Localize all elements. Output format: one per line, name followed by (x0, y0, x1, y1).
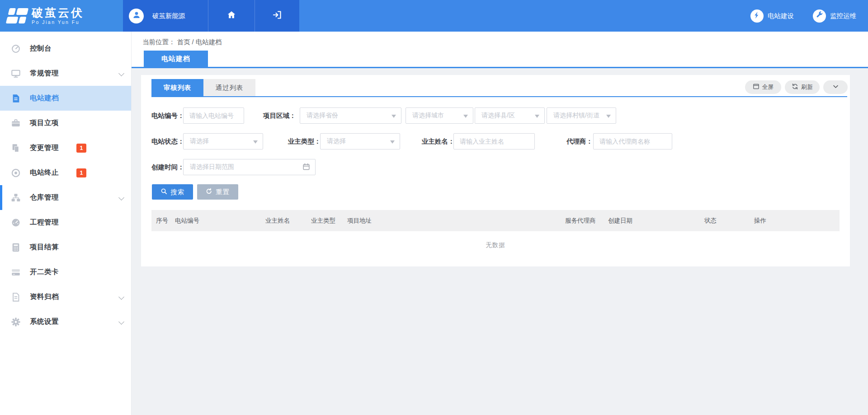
sidebar-item-second-class-card[interactable]: 开二类卡 (0, 260, 131, 284)
sidebar-item-label: 工程管理 (30, 218, 59, 227)
brand-logo: 破茧云伏 Po Jian Yun Fu (0, 0, 123, 32)
sidebar-item-label: 电站建档 (30, 93, 59, 103)
agent-input[interactable] (593, 133, 672, 149)
brand-title: 破茧云伏 (32, 7, 84, 19)
sidebar-item-data-archive[interactable]: 资料归档 (0, 284, 131, 309)
station-build-nav[interactable]: 电站建设 (750, 9, 794, 23)
refresh-button[interactable]: 刷新 (785, 80, 820, 94)
station-no-input[interactable] (183, 107, 244, 124)
station-status-select[interactable]: 请选择 (183, 133, 263, 149)
calendar-icon (302, 163, 310, 172)
city-select[interactable]: 请选择城市 (406, 107, 473, 124)
sidebar-item-console[interactable]: 控制台 (0, 36, 131, 61)
topbar-dark-section: 破茧新能源 (123, 0, 299, 32)
copy-icon (10, 143, 21, 154)
file-icon (10, 292, 21, 303)
breadcrumb: 当前位置： 首页 / 电站建档 (142, 38, 222, 47)
breadcrumb-current: 电站建档 (196, 38, 222, 46)
column-header: 状态 (704, 210, 717, 231)
search-icon (160, 188, 167, 196)
chevron-down-icon (119, 294, 124, 299)
sidebar-item-station-archive[interactable]: 电站建档 (0, 86, 131, 111)
chevron-down-icon (119, 195, 124, 200)
village-select[interactable]: 请选择村镇/街道 (547, 107, 616, 124)
monitor-ops-nav[interactable]: 监控运维 (813, 9, 856, 23)
sidebar-item-label: 系统设置 (30, 317, 59, 326)
notification-badge: 1 (76, 144, 86, 153)
province-select[interactable]: 请选择省份 (300, 107, 401, 124)
table-header: 序号电站编号业主姓名业主类型项目地址服务代理商创建日期状态操作 (151, 210, 840, 231)
sidebar-item-label: 仓库管理 (30, 193, 59, 202)
calculator-icon (10, 242, 21, 253)
station-build-label: 电站建设 (768, 12, 794, 20)
notification-badge: 1 (76, 168, 86, 177)
page-tab-station-archive[interactable]: 电站建档 (144, 51, 208, 67)
sidebar-item-project-settlement[interactable]: 项目结算 (0, 235, 131, 260)
breadcrumb-prefix: 当前位置： (142, 38, 175, 46)
card-icon (10, 267, 21, 278)
sidebar: 控制台常规管理电站建档项目立项变更管理1电站终止1仓库管理工程管理项目结算开二类… (0, 32, 132, 415)
date-range-picker[interactable]: 请选择日期范围 (183, 159, 316, 175)
select-caret-icon (535, 115, 539, 118)
column-header: 电站编号 (175, 210, 199, 231)
tab-review-list[interactable]: 审核列表 (151, 79, 203, 96)
fullscreen-button[interactable]: 全屏 (745, 80, 781, 94)
select-caret-icon (463, 115, 468, 118)
breadcrumb-home-link[interactable]: 首页 (177, 38, 190, 46)
table-empty-state: 无数据 (151, 231, 840, 258)
owner-name-input[interactable] (453, 133, 535, 149)
monitor-icon (10, 68, 21, 79)
select-caret-icon (390, 140, 395, 144)
sidebar-item-label: 项目结算 (30, 242, 59, 252)
record-icon (10, 168, 21, 178)
user-avatar-icon (129, 9, 144, 23)
sidebar-item-label: 常规管理 (30, 69, 59, 78)
sidebar-item-label: 电站终止 (30, 168, 59, 177)
collapse-button[interactable] (823, 80, 848, 94)
sidebar-item-station-termination[interactable]: 电站终止1 (0, 160, 131, 185)
sidebar-item-warehouse-mgmt[interactable]: 仓库管理 (0, 185, 131, 210)
fullscreen-icon (753, 83, 760, 91)
refresh-icon (792, 83, 798, 91)
sidebar-item-project-initiation[interactable]: 项目立项 (0, 111, 131, 135)
owner-type-select[interactable]: 请选择 (320, 133, 400, 149)
column-header: 服务代理商 (565, 210, 596, 231)
brand-subtitle: Po Jian Yun Fu (32, 19, 84, 25)
sidebar-item-engineering-mgmt[interactable]: 工程管理 (0, 210, 131, 235)
column-header: 业主姓名 (265, 210, 290, 231)
station-status-label: 电站状态： (151, 133, 184, 149)
search-button[interactable]: 搜索 (152, 184, 193, 200)
sidebar-item-general-mgmt[interactable]: 常规管理 (0, 61, 131, 86)
sidebar-item-change-mgmt[interactable]: 变更管理1 (0, 135, 131, 160)
column-header: 操作 (754, 210, 766, 231)
agent-label: 代理商： (566, 133, 593, 149)
briefcase-icon (10, 118, 21, 129)
select-caret-icon (606, 115, 611, 118)
accent-divider (132, 67, 868, 68)
county-select[interactable]: 请选择县/区 (475, 107, 545, 124)
tab-passed-list[interactable]: 通过列表 (203, 79, 255, 96)
logout-button[interactable] (255, 0, 299, 32)
chevron-down-icon (119, 319, 124, 324)
select-caret-icon (253, 140, 258, 144)
meter-icon (10, 217, 21, 228)
doc-icon (10, 93, 21, 104)
list-panel: 审核列表 通过列表 全屏 刷新 电站编号： 项目区域： 请选择省份 (141, 75, 850, 266)
current-user[interactable]: 破茧新能源 (129, 0, 185, 32)
column-header: 业主类型 (311, 210, 335, 231)
gauge-icon (10, 43, 21, 54)
chevron-down-icon (832, 83, 839, 91)
main-content: 当前位置： 首页 / 电站建档 电站建档 审核列表 通过列表 全屏 刷新 (132, 32, 868, 415)
column-header: 创建日期 (608, 210, 632, 231)
topbar: 破茧云伏 Po Jian Yun Fu 破茧新能源 电站建设 监控运维 (0, 0, 868, 32)
reset-button[interactable]: 重置 (197, 184, 238, 200)
sidebar-item-label: 变更管理 (30, 143, 59, 153)
sitemap-icon (10, 192, 21, 203)
sidebar-item-label: 开二类卡 (30, 267, 59, 277)
app-root: 破茧云伏 Po Jian Yun Fu 破茧新能源 电站建设 监控运维 (0, 0, 868, 415)
owner-type-label: 业主类型： (288, 133, 321, 149)
sidebar-item-system-settings[interactable]: 系统设置 (0, 309, 131, 334)
monitor-ops-label: 监控运维 (830, 12, 856, 20)
home-button[interactable] (208, 0, 255, 32)
wrench-icon (813, 9, 826, 23)
